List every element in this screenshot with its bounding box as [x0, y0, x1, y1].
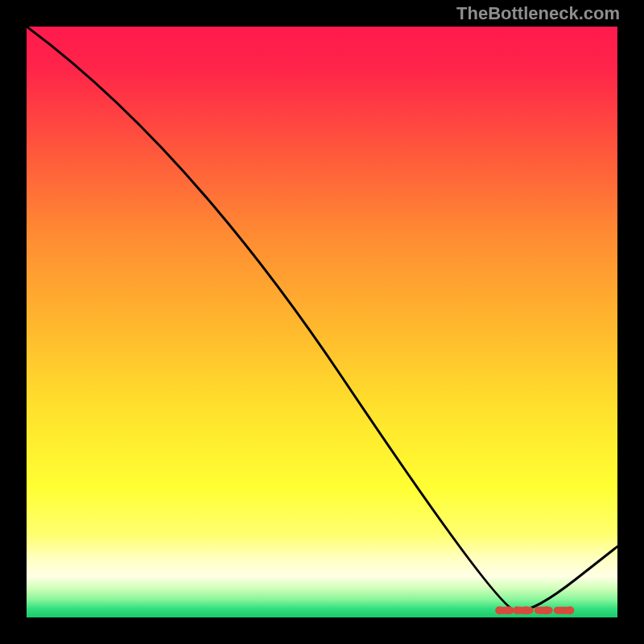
chart-frame: TheBottleneck.com	[0, 0, 644, 644]
marker-dot	[513, 606, 521, 614]
attribution-text: TheBottleneck.com	[456, 3, 620, 24]
marker-dot	[504, 606, 512, 614]
marker-dot	[543, 606, 551, 614]
marker-dot	[566, 606, 574, 614]
marker-dot	[495, 606, 503, 614]
plot-area	[27, 27, 617, 617]
chart-svg	[27, 27, 617, 617]
gradient-rect	[27, 27, 617, 617]
marker-dot	[522, 606, 530, 614]
